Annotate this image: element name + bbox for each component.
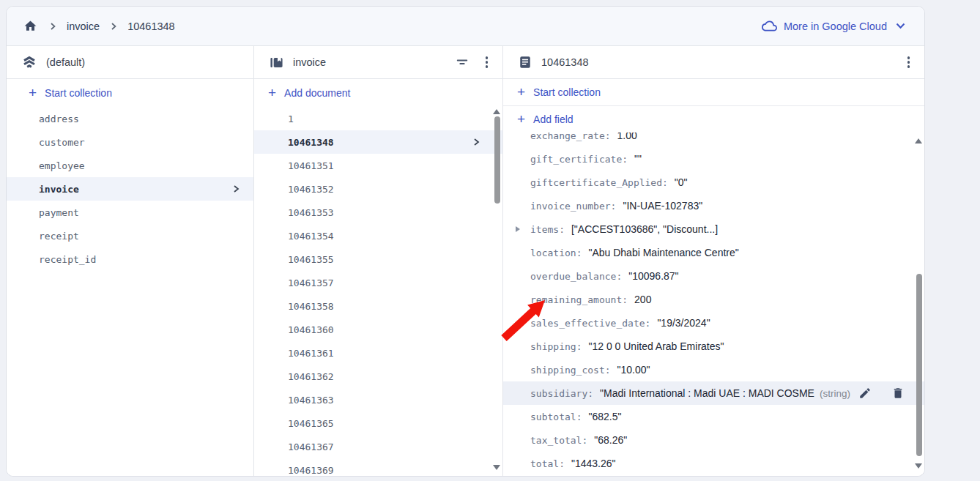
- breadcrumb-document[interactable]: 10461348: [127, 20, 175, 32]
- filter-icon[interactable]: [453, 53, 471, 71]
- list-item-label: 10461367: [288, 441, 334, 452]
- field-name: shipping_cost: [530, 365, 605, 376]
- fields-scrollbar-thumb[interactable]: [916, 274, 922, 456]
- firestore-database-icon: [22, 55, 37, 70]
- start-collection-button[interactable]: + Start collection: [7, 79, 253, 107]
- document-item-10461367[interactable]: 10461367: [254, 435, 502, 458]
- chevron-right-icon: [49, 22, 56, 31]
- collection-item-receipt[interactable]: receipt: [7, 224, 253, 247]
- breadcrumb-collection[interactable]: invoice: [67, 20, 100, 32]
- field-name: sales_effective_date: [530, 318, 645, 329]
- document-item-10461353[interactable]: 10461353: [254, 201, 502, 224]
- document-item-10461351[interactable]: 10461351: [254, 154, 502, 177]
- field-row-total[interactable]: total : "1443.26": [503, 452, 924, 475]
- document-item-10461354[interactable]: 10461354: [254, 224, 502, 247]
- collection-item-receipt_id[interactable]: receipt_id: [7, 247, 253, 271]
- list-item-label: 10461357: [288, 277, 334, 288]
- field-name: gift_certificate: [530, 154, 622, 165]
- scroll-down-arrow[interactable]: [915, 463, 922, 469]
- collection-item-employee[interactable]: employee: [7, 154, 253, 177]
- document-item-10461365[interactable]: 10461365: [254, 411, 502, 435]
- field-value: 1.00: [617, 133, 637, 141]
- more-in-google-cloud-label: More in Google Cloud: [784, 20, 887, 32]
- document-item-10461369[interactable]: 10461369: [254, 458, 502, 476]
- document-item-10461348[interactable]: 10461348: [254, 130, 502, 154]
- list-item-label: 10461348: [288, 137, 334, 148]
- document-item-10461352[interactable]: 10461352: [254, 177, 502, 201]
- field-row-location[interactable]: location : "Abu Dhabi Maintenance Centre…: [503, 241, 924, 264]
- add-field-button[interactable]: + Add field: [503, 106, 924, 133]
- field-row-overdue_balance[interactable]: overdue_balance : "10096.87": [503, 264, 924, 288]
- document-item-10461361[interactable]: 10461361: [254, 341, 502, 365]
- chevron-down-icon: [896, 23, 905, 29]
- field-value: ["ACCEST103686", "Discount...]: [571, 223, 718, 235]
- expand-icon[interactable]: [515, 225, 521, 233]
- documents-scroll-area: 1 10461348 10461351 10461352 10461353 10…: [254, 107, 502, 476]
- collection-panel-header: invoice: [254, 46, 502, 79]
- field-name: subtotal: [530, 411, 576, 422]
- collection-icon: [270, 56, 283, 70]
- list-item-label: 10461363: [288, 395, 334, 406]
- field-name: total: [530, 458, 559, 469]
- field-row-items[interactable]: items : ["ACCEST103686", "Discount...]: [503, 217, 924, 241]
- field-row-gift_certificate[interactable]: gift_certificate : "": [503, 147, 924, 171]
- document-item-1[interactable]: 1: [254, 107, 502, 130]
- edit-field-icon[interactable]: [856, 384, 874, 402]
- scroll-down-arrow[interactable]: [493, 465, 500, 470]
- document-item-10461357[interactable]: 10461357: [254, 271, 502, 294]
- database-title: (default): [46, 56, 85, 68]
- list-item-label: 10461365: [288, 418, 334, 429]
- field-value: "19/3/2024": [657, 317, 710, 329]
- field-value: "0": [675, 176, 688, 188]
- field-row-exchange_rate[interactable]: exchange_rate : 1.00: [503, 133, 924, 147]
- field-value: "12 0 0 United Arab Emirates": [588, 340, 724, 352]
- documents-scrollbar-thumb[interactable]: [494, 116, 500, 204]
- document-item-10461360[interactable]: 10461360: [254, 318, 502, 341]
- list-item-label: 10461358: [288, 301, 334, 312]
- list-item-label: 10461360: [288, 324, 334, 335]
- field-row-shipping[interactable]: shipping : "12 0 0 United Arab Emirates": [503, 335, 924, 358]
- collection-item-customer[interactable]: customer: [7, 130, 253, 154]
- field-row-invoice_number[interactable]: invoice_number : "IN-UAE-102783": [503, 194, 924, 217]
- field-value: "Abu Dhabi Maintenance Centre": [588, 247, 738, 258]
- add-document-button[interactable]: + Add document: [254, 79, 502, 107]
- document-item-10461363[interactable]: 10461363: [254, 388, 502, 411]
- more-in-google-cloud-button[interactable]: More in Google Cloud: [762, 18, 905, 34]
- field-row-tax_total[interactable]: tax_total : "68.26": [503, 428, 924, 452]
- document-item-10461355[interactable]: 10461355: [254, 247, 502, 271]
- document-menu-kebab-icon[interactable]: [905, 53, 913, 71]
- field-value: "1443.26": [571, 458, 616, 469]
- home-icon[interactable]: [21, 18, 39, 35]
- doc-start-collection-button[interactable]: + Start collection: [503, 79, 924, 106]
- list-item-label: 10461351: [288, 160, 334, 171]
- list-item-label: 10461369: [288, 465, 334, 476]
- field-row-shipping_cost[interactable]: shipping_cost : "10.00": [503, 358, 924, 381]
- field-row-subtotal[interactable]: subtotal : "682.5": [503, 405, 924, 428]
- list-item-label: 1: [288, 113, 294, 124]
- collection-menu-kebab-icon[interactable]: [483, 53, 491, 71]
- scroll-up-arrow[interactable]: [493, 109, 500, 114]
- fields-list: exchange_rate : 1.00 gift_certificate : …: [503, 133, 924, 475]
- collection-item-address[interactable]: address: [7, 107, 253, 130]
- document-panel: 10461348 + Start collection + Add field: [503, 46, 924, 476]
- doc-start-collection-label: Start collection: [533, 86, 601, 98]
- fields-scroll-area: exchange_rate : 1.00 gift_certificate : …: [503, 133, 924, 476]
- chevron-right-icon: [231, 184, 240, 193]
- collection-item-invoice[interactable]: invoice: [7, 177, 253, 201]
- field-row-sales_effective_date[interactable]: sales_effective_date : "19/3/2024": [503, 311, 924, 335]
- list-item-label: 10461352: [288, 184, 334, 195]
- field-row-giftcertificate_Applied[interactable]: giftcertificate_Applied : "0": [503, 171, 924, 194]
- plus-icon: +: [29, 86, 37, 100]
- field-name: subsidiary: [530, 388, 587, 399]
- field-row-remaining_amount[interactable]: remaining_amount : 200: [503, 288, 924, 311]
- document-item-10461362[interactable]: 10461362: [254, 365, 502, 388]
- field-row-subsidiary[interactable]: subsidiary : "Madi International : Madi …: [503, 381, 924, 405]
- list-item-label: payment: [39, 207, 79, 218]
- document-item-10461358[interactable]: 10461358: [254, 294, 502, 318]
- scroll-up-arrow[interactable]: [915, 138, 922, 143]
- add-document-label: Add document: [284, 87, 350, 99]
- document-icon: [519, 56, 532, 69]
- collection-item-payment[interactable]: payment: [7, 201, 253, 224]
- delete-field-icon[interactable]: [889, 384, 907, 402]
- field-value: "Madi International : Madi UAE : MADI CO…: [600, 387, 814, 399]
